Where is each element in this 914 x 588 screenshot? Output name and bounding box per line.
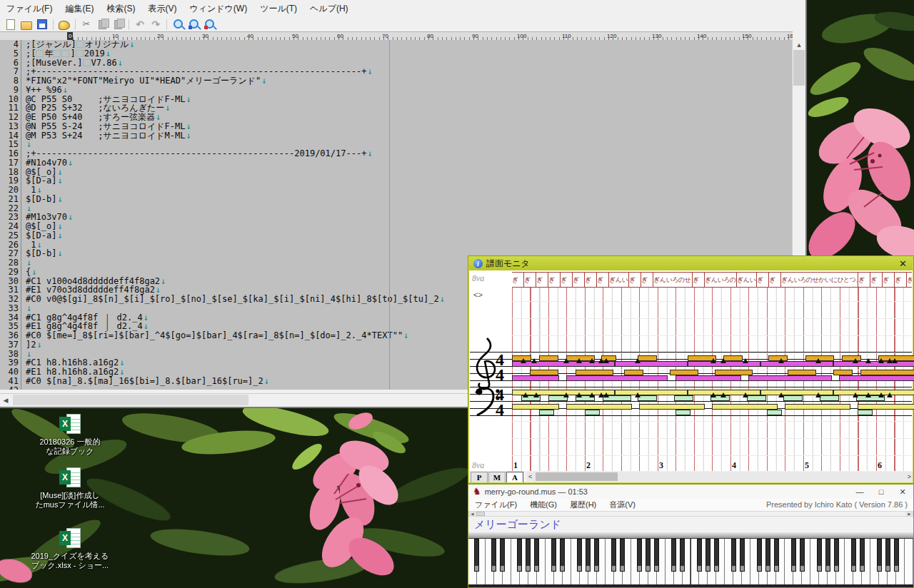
- editor-menu-item[interactable]: ウィンドウ(W): [183, 0, 253, 17]
- line-text: #C0 $[na]_8.$[ma]_16$[bi=]_8.$[bar]_16$[…: [21, 377, 269, 386]
- note-bar-magenta: [760, 361, 833, 367]
- player-menu-item[interactable]: 機能(G): [523, 499, 563, 510]
- scroll-right-icon[interactable]: >: [908, 472, 911, 482]
- desktop-icon-label: 2019_クイズを考える ブック.xlsx - ショー...: [26, 552, 114, 570]
- editor-menu-item[interactable]: ツール(T): [253, 0, 303, 17]
- cut-button[interactable]: ✂: [79, 19, 94, 31]
- scroll-right-icon[interactable]: ▶: [906, 512, 913, 516]
- player-menu-item[interactable]: ファイル(F): [468, 499, 523, 510]
- line-number: 8: [0, 76, 19, 86]
- minimize-button[interactable]: —: [849, 485, 870, 499]
- editor-menu-item[interactable]: 編集(E): [59, 0, 100, 17]
- line-number: 24: [0, 222, 19, 231]
- copy-button[interactable]: [95, 19, 109, 31]
- find-button[interactable]: [171, 19, 185, 31]
- line-end-mark: ↓: [31, 267, 36, 277]
- piano-black-key: [654, 539, 659, 572]
- note-bar-mint: [539, 410, 554, 415]
- scroll-left-icon[interactable]: ◀: [469, 512, 476, 516]
- scrollbar-thumb[interactable]: [536, 472, 618, 481]
- measure-number: 4: [732, 460, 736, 471]
- paste-button[interactable]: [111, 19, 125, 31]
- find-prev-icon: [205, 19, 214, 29]
- close-button[interactable]: ✕: [892, 485, 913, 499]
- mode-button-m[interactable]: M: [488, 472, 506, 482]
- open-file-button[interactable]: [19, 19, 34, 31]
- editor-menu-item[interactable]: 検索(S): [100, 0, 141, 17]
- editor-menu-item[interactable]: ヘルプ(H): [303, 0, 355, 17]
- desktop-icon-excel-3[interactable]: X 2019_クイズを考える ブック.xlsx - ショー...: [26, 528, 114, 570]
- close-icon[interactable]: ✕: [899, 258, 907, 269]
- ruler-label: 130: [652, 32, 661, 40]
- line-number: 28: [0, 258, 19, 268]
- editor-menu-item[interactable]: 表示(V): [141, 0, 183, 17]
- line-text: ¥++ %96↓: [21, 86, 68, 95]
- note-bar-mint: [638, 395, 657, 401]
- desktop-icon-excel-2[interactable]: X [Muse][淡]作成し たmusファイル情...: [26, 467, 114, 510]
- scroll-up-icon[interactable]: ▲: [793, 40, 805, 50]
- editor-line: 19$[D-a]↓: [0, 176, 793, 186]
- piano-black-key: [885, 539, 890, 572]
- piano-black-key: [611, 539, 616, 572]
- scrollbar-thumb[interactable]: [13, 395, 248, 405]
- piano-black-key: [757, 539, 762, 572]
- score-horizontal-scrollbar[interactable]: < >: [527, 472, 913, 482]
- player-horizontal-scrollbar[interactable]: ◀ ▶: [468, 511, 913, 517]
- note-onset-marker: [563, 358, 569, 363]
- new-file-button[interactable]: [4, 19, 18, 31]
- note-onset-marker: [865, 392, 871, 397]
- note-bar-yellow: [615, 390, 688, 395]
- line-end-mark: ↓: [119, 367, 124, 377]
- line-number: 32: [0, 295, 19, 304]
- ruler-label: 90: [472, 32, 478, 40]
- editor-line: 24@$[_o]↓: [0, 222, 793, 231]
- player-menu-item[interactable]: 履歴(H): [563, 499, 603, 510]
- toolbar-separator: [166, 19, 167, 30]
- scrollbar-thumb[interactable]: [476, 512, 485, 516]
- ruler-label: 10: [112, 32, 119, 40]
- desktop-icon-excel-1[interactable]: X 20180326 一般的 な記録ブック: [26, 414, 114, 456]
- line-end-mark: ↓: [67, 158, 73, 168]
- lyrics-row: ぎぎぎぎぎぎぎぎぎんいぎぎぎんいろのせぎぎんいろのぎんいぎぎぎんいろのせかいにひ…: [512, 272, 912, 288]
- player-menu-item[interactable]: 音源(V): [603, 499, 642, 510]
- piano-black-key: [825, 539, 830, 572]
- undo-button[interactable]: ↶: [133, 19, 147, 31]
- scroll-left-icon[interactable]: ◀: [0, 394, 11, 407]
- ottava-bottom-label: 8va: [472, 460, 484, 471]
- muse-play-button[interactable]: [57, 19, 71, 31]
- info-icon: i: [473, 259, 483, 268]
- editor-menubar: ファイル(F)編集(E)検索(S)表示(V)ウィンドウ(W)ツール(T)ヘルプ(…: [0, 0, 805, 17]
- desktop-icon-label: [Muse][淡]作成し たmusファイル情...: [26, 491, 114, 510]
- line-text: $[D-a]↓: [21, 231, 63, 240]
- staff-line: [470, 387, 912, 387]
- lyric-cell: ぎ: [597, 273, 609, 287]
- mode-button-a[interactable]: A: [506, 472, 523, 482]
- scroll-left-icon[interactable]: <: [528, 472, 532, 482]
- player-titlebar[interactable]: ♞ merry-go-round.mus — 01:53: [468, 485, 913, 499]
- mode-button-p[interactable]: P: [471, 472, 488, 482]
- note-onset-marker: [576, 392, 582, 397]
- save-file-button[interactable]: [35, 19, 49, 31]
- maximize-button[interactable]: □: [870, 485, 892, 499]
- note-bar-mint: [747, 395, 766, 401]
- line-end-mark: ↓: [129, 40, 134, 49]
- find-prev-button[interactable]: [202, 19, 216, 31]
- line-number: 42: [0, 386, 19, 390]
- note-bar-yellow: [858, 404, 914, 410]
- staff-line: [470, 401, 912, 402]
- line-text: $[D-b]↓: [21, 195, 63, 204]
- piano-black-key: [500, 539, 505, 572]
- time-signature-bass-upper: 4: [496, 387, 504, 402]
- redo-button[interactable]: ↷: [149, 19, 163, 31]
- cut-icon: ✂: [83, 19, 91, 29]
- note-onset-marker: [892, 358, 898, 363]
- scrollbar-thumb[interactable]: [793, 50, 805, 86]
- score-monitor-titlebar[interactable]: i 譜面モニタ ✕: [469, 257, 913, 270]
- note-onset-marker: [710, 358, 716, 363]
- editor-menu-item[interactable]: ファイル(F): [0, 0, 59, 17]
- find-next-button[interactable]: [186, 19, 201, 31]
- line-number: 29: [0, 268, 19, 277]
- redo-icon: ↷: [151, 20, 160, 29]
- line-number: 36: [0, 331, 19, 340]
- ruler-label: 0: [67, 32, 73, 40]
